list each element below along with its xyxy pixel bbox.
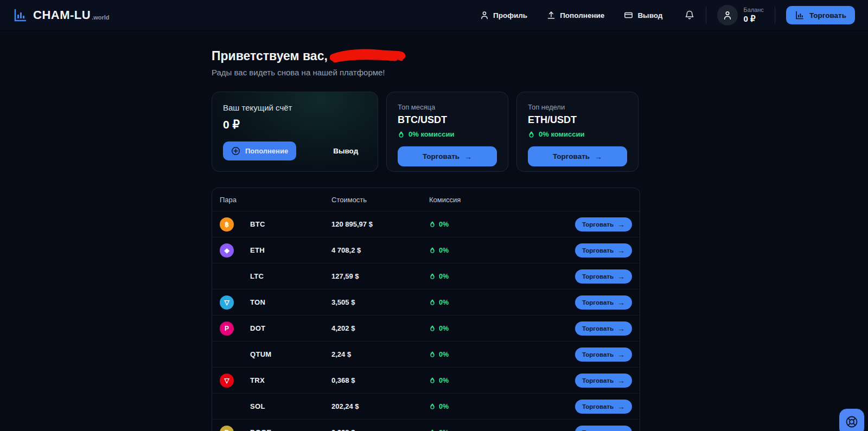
coin-icon: ◆ [220,243,234,258]
header: CHAM-LU .world Профиль Пополнение [0,0,868,31]
column-header-price: Стоимость [331,196,429,204]
pair-symbol: TON [250,298,331,306]
row-trade-button[interactable]: Торговать→ [575,243,632,258]
header-trade-button[interactable]: Торговать [786,6,855,24]
row-trade-button[interactable]: Торговать→ [575,217,632,231]
column-header-commission: Комиссия [429,196,572,204]
brand-name: CHAM-LU [33,8,91,22]
row-trade-button[interactable]: Торговать→ [575,400,632,414]
header-nav: Профиль Пополнение Вывод [480,11,662,20]
arrow-right-icon: → [595,152,602,161]
commission-value: 0% [439,403,449,410]
table-row: QTUM 2,24 $ 0% Торговать→ [212,342,640,368]
flame-icon [398,131,405,138]
trade-label: Торговать [582,221,614,228]
table-row: LTC 127,59 $ 0% Торговать→ [212,263,640,290]
pair-price: 127,59 $ [331,272,429,280]
arrow-right-icon: → [617,428,625,431]
pair-price: 0,238 $ [331,428,429,431]
trade-label: Торговать [582,351,614,358]
row-trade-button[interactable]: Торговать→ [575,295,632,310]
user-icon [480,11,489,20]
pair-commission: 0% [429,429,572,431]
top-week-trade-button[interactable]: Торговать → [528,146,627,166]
account-balance-card: Ваш текущий счёт 0 ₽ Пополнение Вывод [212,92,378,172]
arrow-right-icon: → [617,272,625,281]
trade-label: Торговать [582,377,614,384]
upload-icon [547,11,556,20]
coin-icon: ฿ [220,217,234,231]
nav-item-withdraw[interactable]: Вывод [624,11,662,20]
header-divider [706,7,706,23]
pair-commission: 0% [429,247,572,254]
top-month-trade-button[interactable]: Торговать → [398,146,497,166]
table-row: Ð DOGE 0,238 $ 0% Торговать→ [212,420,640,431]
welcome-subtitle: Рады вас видеть снова на нашей платформе… [212,68,640,77]
nav-item-profile[interactable]: Профиль [480,11,527,20]
main-content: Приветствуем вас, Рады вас видеть снова … [212,48,640,431]
top-week-card: Топ недели ETH/USDT 0% комиссии Торговат… [516,92,639,172]
table-row: P DOT 4,202 $ 0% Торговать→ [212,316,640,342]
arrow-right-icon: → [617,324,625,333]
coin-icon: P [220,321,234,336]
row-trade-button[interactable]: Торговать→ [575,269,632,284]
deposit-button[interactable]: Пополнение [223,141,296,160]
welcome-heading: Приветствуем вас, [212,48,640,64]
arrow-right-icon: → [617,350,625,359]
pair-commission: 0% [429,403,572,410]
row-trade-button[interactable]: Торговать→ [575,374,632,388]
pair-commission: 0% [429,273,572,280]
header-divider [775,7,775,23]
row-trade-button[interactable]: Торговать→ [575,426,632,431]
commission-value: 0% [439,377,449,384]
commission-value: 0% [439,429,449,431]
top-month-card: Топ месяца BTC/USDT 0% комиссии Торговат… [386,92,508,172]
pair-price: 3,505 $ [331,298,429,306]
top-card-label: Топ месяца [398,103,497,111]
nav-item-deposit[interactable]: Пополнение [547,11,604,20]
withdraw-button[interactable]: Вывод [330,146,361,156]
pair-symbol: QTUM [250,350,331,358]
coin-glyph: ▽ [224,377,229,384]
support-button[interactable] [839,408,865,431]
row-trade-button[interactable]: Торговать→ [575,321,632,336]
commission-text: 0% комиссии [539,130,585,138]
commission-text: 0% комиссии [409,130,455,138]
commission-value: 0% [439,299,449,306]
pair-symbol: ETH [250,246,331,254]
commission-value: 0% [439,273,449,280]
commission-badge: 0% комиссии [528,130,627,138]
nav-item-label: Пополнение [560,11,604,20]
arrow-right-icon: → [464,152,472,161]
card-icon [624,11,633,20]
nav-item-label: Профиль [493,11,527,20]
trade-label: Торговать [582,273,614,280]
pair-price: 202,24 $ [331,402,429,410]
brand-logo[interactable]: CHAM-LU .world [13,8,110,22]
row-trade-button[interactable]: Торговать→ [575,348,632,362]
pair-symbol: TRX [250,376,331,384]
commission-value: 0% [439,221,449,228]
pair-price: 4,202 $ [331,324,429,332]
coin-glyph: ◆ [224,247,229,254]
top-card-label: Топ недели [528,103,627,111]
pair-price: 0,368 $ [331,376,429,384]
avatar[interactable] [717,5,738,25]
notifications-bell-icon[interactable] [684,10,695,21]
summary-cards: Ваш текущий счёт 0 ₽ Пополнение Вывод То… [212,92,640,172]
arrow-right-icon: → [617,220,625,229]
table-row: ◆ ETH 4 708,2 $ 0% Торговать→ [212,237,640,263]
pair-symbol: BTC [250,220,331,228]
trade-label: Торговать [582,403,614,410]
welcome-title-text: Приветствуем вас, [212,49,328,63]
pair-symbol: SOL [250,402,331,410]
arrow-right-icon: → [617,298,625,307]
account-card-label: Ваш текущий счёт [223,103,367,112]
column-header-pair: Пара [220,196,331,204]
lifebuoy-icon [845,415,859,431]
table-row: SOL 202,24 $ 0% Торговать→ [212,394,640,420]
commission-badge: 0% комиссии [398,130,497,138]
table-row: ▽ TRX 0,368 $ 0% Торговать→ [212,368,640,394]
arrow-right-icon: → [617,402,625,411]
pair-symbol: DOGE [250,428,331,431]
